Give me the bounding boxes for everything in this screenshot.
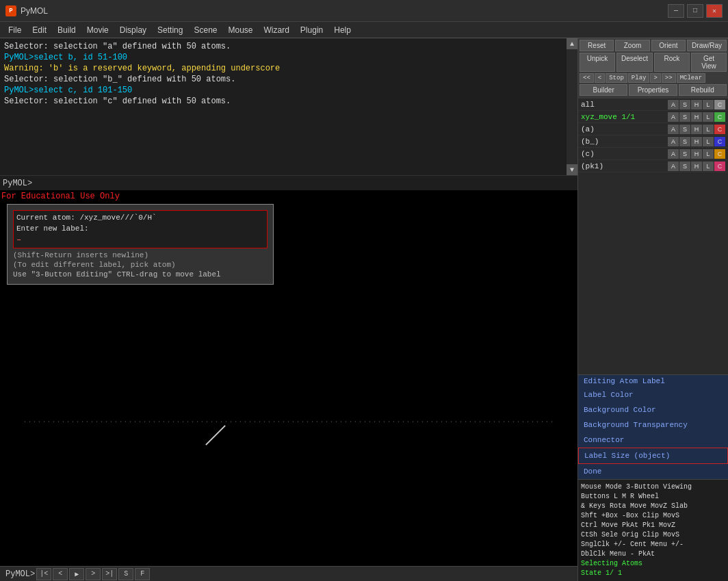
- nav-btn--[interactable]: >: [650, 73, 660, 83]
- edit-menu-item-done[interactable]: Done: [578, 464, 728, 479]
- object-color-btn[interactable]: C: [714, 137, 725, 146]
- toolbar-btn-rebuild[interactable]: Rebuild: [679, 84, 727, 96]
- scroll-track[interactable]: [567, 49, 577, 164]
- object-btn-l[interactable]: L: [703, 162, 714, 171]
- menu-item-setting[interactable]: Setting: [152, 24, 188, 36]
- main-layout: Selector: selection "a" defined with 50 …: [0, 38, 728, 581]
- object-color-btn[interactable]: C: [714, 112, 725, 122]
- scroll-up-arrow[interactable]: ▲: [567, 38, 577, 49]
- object-btn-l[interactable]: L: [703, 149, 714, 159]
- playback-btn[interactable]: S: [118, 568, 133, 580]
- nav-btn-stop[interactable]: Stop: [606, 73, 627, 83]
- menu-item-display[interactable]: Display: [114, 24, 152, 36]
- object-btn-l[interactable]: L: [703, 137, 714, 146]
- object-color-btn[interactable]: C: [714, 100, 725, 109]
- object-btn-a[interactable]: A: [668, 125, 679, 134]
- cmd-input[interactable]: [34, 179, 575, 188]
- menu-item-plugin[interactable]: Plugin: [295, 24, 328, 36]
- object-btn-h[interactable]: H: [691, 112, 702, 122]
- object-btn-s[interactable]: S: [679, 149, 690, 159]
- state-line: State 1/ 1: [581, 569, 725, 578]
- toolbar-btn-reset[interactable]: Reset: [580, 40, 614, 51]
- edit-menu-item-label-color[interactable]: Label Color: [578, 387, 728, 402]
- menu-item-help[interactable]: Help: [328, 24, 356, 36]
- toolbar-btn-orient[interactable]: Orient: [651, 40, 686, 51]
- object-list-item[interactable]: (a)ASHLC: [578, 123, 728, 135]
- object-btn-s[interactable]: S: [679, 137, 690, 146]
- nav-btn--[interactable]: <: [595, 73, 605, 83]
- object-btn-a[interactable]: A: [668, 100, 679, 109]
- menu-item-mouse[interactable]: Mouse: [222, 24, 258, 36]
- scroll-down-arrow[interactable]: ▼: [567, 164, 577, 175]
- playback-btn[interactable]: F: [135, 568, 150, 580]
- object-btn-a[interactable]: A: [668, 137, 679, 146]
- viewport[interactable]: For Educational Use Only Current atom: /…: [0, 190, 577, 566]
- object-list-item[interactable]: (b_)ASHLC: [578, 135, 728, 148]
- menu-item-wizard[interactable]: Wizard: [259, 24, 295, 36]
- nav-btn-mclear[interactable]: MClear: [677, 73, 705, 83]
- object-btn-l[interactable]: L: [703, 125, 714, 134]
- toolbar-btn-builder[interactable]: Builder: [580, 84, 627, 96]
- playback-btn[interactable]: ▶: [69, 568, 84, 580]
- object-color-btn[interactable]: C: [714, 125, 725, 134]
- playback-btn[interactable]: <: [53, 568, 68, 580]
- mouse-mode-line: Mouse Mode 3-Button Viewing: [581, 482, 725, 492]
- edit-menu-item-connector[interactable]: Connector: [578, 432, 728, 448]
- object-btn-h[interactable]: H: [691, 100, 702, 109]
- toolbar-nav-row: <<<StopPlay>>>MClear: [580, 73, 727, 83]
- object-btn-a[interactable]: A: [668, 149, 679, 159]
- dotted-axis-line: ········································…: [0, 418, 577, 426]
- playback-btn[interactable]: |<: [36, 568, 51, 580]
- edit-menu-item-background-transparency[interactable]: Background Transparency: [578, 417, 728, 432]
- menu-item-movie[interactable]: Movie: [81, 24, 114, 36]
- object-btn-a[interactable]: A: [668, 112, 679, 122]
- maximize-button[interactable]: □: [687, 4, 703, 18]
- cmd-prompt: PyMOL>: [3, 179, 32, 188]
- nav-btn---[interactable]: >>: [662, 73, 676, 83]
- object-color-btn[interactable]: C: [714, 149, 725, 159]
- nav-btn-play[interactable]: Play: [628, 73, 650, 83]
- menu-item-build[interactable]: Build: [52, 24, 81, 36]
- menu-item-scene[interactable]: Scene: [188, 24, 222, 36]
- playback-btn[interactable]: >|: [102, 568, 117, 580]
- toolbar-btn-deselect[interactable]: Deselect: [616, 53, 653, 72]
- label-current-atom: Current atom: /xyz_move///`0/H`: [16, 214, 264, 222]
- menu-item-file[interactable]: File: [3, 24, 27, 36]
- object-btn-h[interactable]: H: [691, 162, 702, 171]
- edit-menu-item-background-color[interactable]: Background Color: [578, 402, 728, 417]
- menu-item-edit[interactable]: Edit: [27, 24, 52, 36]
- toolbar-btn-draw-ray[interactable]: Draw/Ray: [687, 40, 727, 51]
- toolbar-row2: UnpickDeselectRockGet View: [580, 53, 727, 72]
- object-btn-h[interactable]: H: [691, 125, 702, 134]
- object-color-btn[interactable]: C: [714, 162, 725, 171]
- playback-btn[interactable]: >: [86, 568, 101, 580]
- object-btn-s[interactable]: S: [679, 112, 690, 122]
- toolbar-btn-properties[interactable]: Properties: [629, 84, 677, 96]
- object-btn-s[interactable]: S: [679, 125, 690, 134]
- object-btn-l[interactable]: L: [703, 112, 714, 122]
- close-button[interactable]: ✕: [706, 4, 723, 18]
- educational-watermark: For Educational Use Only: [1, 192, 120, 201]
- object-btn-s[interactable]: S: [679, 162, 690, 171]
- minimize-button[interactable]: —: [668, 4, 684, 18]
- object-btn-s[interactable]: S: [679, 100, 690, 109]
- object-list-item[interactable]: (c)ASHLC: [578, 148, 728, 160]
- object-list-item[interactable]: allASHLC: [578, 99, 728, 111]
- object-list-item[interactable]: xyz_move 1/1ASHLC: [578, 111, 728, 123]
- label-hint2: (To edit different label, pick atom): [13, 261, 268, 269]
- object-btn-h[interactable]: H: [691, 137, 702, 146]
- label-input-area[interactable]: Current atom: /xyz_move///`0/H` Enter ne…: [13, 210, 268, 248]
- toolbar-btn-get-view[interactable]: Get View: [691, 53, 727, 72]
- object-list-item[interactable]: (pk1)ASHLC: [578, 160, 728, 172]
- edit-menu-item-label-size--object-[interactable]: Label Size (object): [578, 448, 728, 464]
- label-cursor: –: [16, 235, 21, 245]
- object-btn-a[interactable]: A: [668, 162, 679, 171]
- toolbar-btn-zoom[interactable]: Zoom: [615, 40, 649, 51]
- object-btn-l[interactable]: L: [703, 100, 714, 109]
- toolbar-btn-rock[interactable]: Rock: [654, 53, 690, 72]
- toolbar-btn-unpick[interactable]: Unpick: [580, 53, 615, 72]
- console-scrollbar[interactable]: ▲ ▼: [567, 38, 577, 175]
- object-name: xyz_move 1/1: [581, 113, 667, 121]
- object-btn-h[interactable]: H: [691, 149, 702, 159]
- nav-btn---[interactable]: <<: [580, 73, 594, 83]
